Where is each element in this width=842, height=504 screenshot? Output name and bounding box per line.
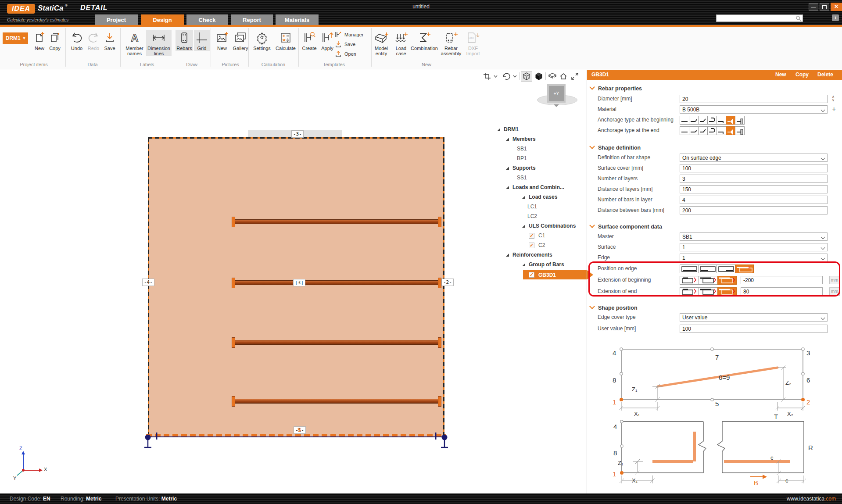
tree-item-supports[interactable]: Supports [506, 164, 536, 172]
user-value-input[interactable]: 100 [680, 325, 828, 333]
expander-icon[interactable] [506, 186, 509, 189]
minimize-button[interactable]: — [809, 3, 818, 11]
calculate-button[interactable]: Calculate [274, 30, 297, 51]
tab-materials[interactable]: Materials [276, 14, 319, 25]
tree-item-load-cases[interactable]: Load cases [522, 193, 557, 201]
tree-item-ss1[interactable]: SS1 [517, 173, 527, 182]
info-button[interactable]: i [832, 14, 839, 21]
expander-icon[interactable] [522, 263, 525, 266]
surface-cover-input[interactable]: 100 [680, 164, 828, 172]
distance-of-layers-input[interactable]: 150 [680, 185, 828, 193]
save-button[interactable]: Save [100, 30, 119, 51]
home-view-button[interactable] [558, 71, 569, 82]
tree-item-members[interactable]: Members [506, 135, 536, 143]
anchorage-straight-option[interactable] [680, 116, 689, 125]
tree-item-sb1[interactable]: SB1 [517, 144, 527, 153]
expander-icon[interactable] [506, 254, 509, 257]
bars-in-layer-input[interactable]: 4 [680, 196, 828, 204]
tree-item-loads-combinations[interactable]: Loads and Combin... [506, 183, 564, 192]
copy-project-item-button[interactable]: Copy [46, 30, 64, 51]
anchorage-hook-option[interactable] [689, 126, 699, 135]
rebar-layer-3[interactable] [233, 340, 440, 345]
tree-item-bp1[interactable]: BP1 [517, 154, 527, 163]
distance-between-bars-input[interactable]: 200 [680, 206, 828, 214]
diameter-stepper[interactable]: ∧∨ [832, 95, 835, 102]
new-picture-button[interactable]: New [213, 30, 231, 51]
edge-select[interactable]: 1 [680, 254, 828, 262]
template-open-button[interactable]: Open [334, 50, 356, 58]
diameter-input[interactable]: 20 [680, 95, 828, 103]
rotate-options-dropdown[interactable] [512, 71, 517, 82]
expander-icon[interactable] [506, 167, 509, 170]
load-case-button[interactable]: Load case [392, 30, 410, 56]
template-save-button[interactable]: Save [334, 40, 355, 48]
bar-shape-select[interactable]: On surface edge [680, 154, 828, 162]
checkbox-checked[interactable]: ✓ [529, 243, 534, 248]
checkbox-checked[interactable]: ✓ [529, 272, 534, 278]
new-project-item-button[interactable]: New [31, 30, 48, 51]
tree-item-group-of-bars[interactable]: Group of Bars [522, 260, 564, 269]
zoom-fit-button[interactable] [570, 71, 580, 82]
section-surface-component-data[interactable]: Surface component data [590, 223, 662, 230]
settings-button[interactable]: Settings [251, 30, 272, 51]
tree-item-c1[interactable]: ✓C1 [529, 231, 545, 240]
viewcube[interactable]: +Y [547, 84, 566, 103]
expander-icon[interactable] [497, 128, 500, 131]
model-entity-button[interactable]: Model entity [371, 30, 391, 56]
member-names-button[interactable]: A Member names [123, 30, 146, 56]
anchorage-endplate-option[interactable] [735, 126, 745, 135]
property-copy-button[interactable]: Copy [795, 71, 809, 78]
rebar-layer-1[interactable] [233, 219, 440, 224]
expander-icon[interactable] [522, 196, 525, 199]
rebar-assembly-button[interactable]: Rebar assembly [439, 30, 463, 56]
anchorage-foot-option[interactable] [717, 126, 726, 135]
dxf-import-button[interactable]: DXF DXF Import [463, 30, 483, 56]
website-link[interactable]: www.ideastatica.com [787, 496, 836, 502]
tree-item-drm1[interactable]: DRM1 [497, 125, 519, 134]
search-input[interactable] [716, 14, 803, 22]
grid-button[interactable]: Grid [194, 30, 210, 51]
dimension-lines-button[interactable]: Dimension lines [146, 30, 172, 56]
tree-item-lc1[interactable]: LC1 [527, 202, 537, 211]
section-shape-position[interactable]: Shape position [590, 304, 638, 311]
tab-report[interactable]: Report [231, 14, 273, 25]
combination-button[interactable]: Combination [411, 30, 438, 51]
crop-options-dropdown[interactable] [493, 71, 498, 82]
edge-cover-type-select[interactable]: User value [680, 313, 828, 322]
section-cut-button[interactable] [547, 71, 558, 82]
wall-left-edge[interactable] [148, 137, 149, 436]
maximize-button[interactable] [820, 3, 829, 11]
anchorage-plate-option-selected[interactable] [726, 116, 735, 125]
add-material-button[interactable]: + [832, 106, 836, 113]
checkbox-checked[interactable]: ✓ [529, 233, 534, 239]
surface-select[interactable]: 1 [680, 243, 828, 251]
wall-right-edge[interactable] [443, 137, 444, 436]
tab-project[interactable]: Project [95, 14, 138, 25]
property-new-button[interactable]: New [775, 71, 786, 78]
template-apply-button[interactable]: Apply [319, 30, 336, 51]
expander-icon[interactable] [522, 225, 525, 228]
solid-view-button[interactable] [533, 71, 545, 82]
rebar-layer-2[interactable] [233, 280, 440, 285]
tree-item-reinforcements[interactable]: Reinforcements [506, 250, 552, 259]
tree-item-gb3d1-selected[interactable]: ✓ GB3D1 [523, 270, 593, 279]
tab-design[interactable]: Design [141, 14, 184, 25]
template-manager-button[interactable]: Manager [334, 31, 363, 39]
tree-item-lc2[interactable]: LC2 [527, 212, 537, 221]
number-of-layers-input[interactable]: 3 [680, 175, 828, 183]
rebar-layer-4[interactable] [233, 399, 440, 404]
rotate-view-button[interactable] [502, 71, 512, 82]
property-delete-button[interactable]: Delete [817, 71, 833, 78]
anchorage-bend-option[interactable] [698, 126, 708, 135]
anchorage-loop-option[interactable] [707, 116, 717, 125]
tree-item-uls-combinations[interactable]: ULS Combinations [522, 222, 576, 230]
close-button[interactable]: ✕ [831, 3, 842, 11]
rebars-button[interactable]: Rebars [176, 30, 193, 51]
tab-check[interactable]: Check [186, 14, 228, 25]
anchorage-loop-option[interactable] [707, 126, 717, 135]
template-create-button[interactable]: Create [300, 30, 319, 51]
anchorage-foot-option[interactable] [717, 116, 726, 125]
wireframe-view-button[interactable] [521, 71, 532, 82]
anchorage-bend-option[interactable] [698, 116, 708, 125]
master-select[interactable]: SB1 [680, 232, 828, 241]
